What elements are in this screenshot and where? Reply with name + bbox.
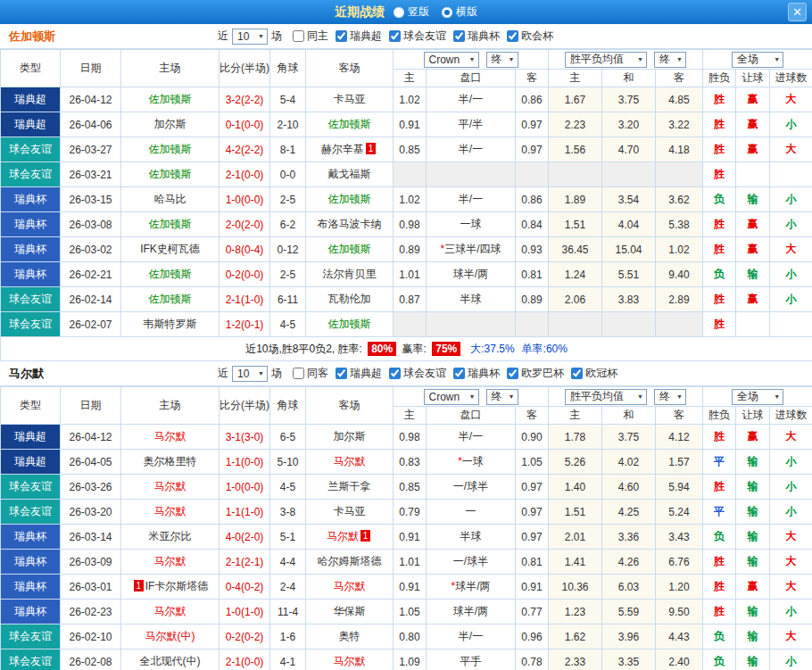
match-type-badge: 球会友谊	[1, 649, 61, 670]
win-rate-badge: 80%	[368, 342, 396, 356]
chevron-down-icon: ▼	[774, 393, 780, 400]
layout-radio-option[interactable]: 竖版	[394, 4, 429, 20]
handicap-final-select[interactable]: 终▼	[486, 389, 518, 405]
layout-radio-option[interactable]: 横版	[442, 4, 477, 20]
handicap-odds-home: 0.98	[394, 425, 427, 450]
filter-checkbox-球会友谊[interactable]: 球会友谊	[382, 29, 446, 44]
checkbox-input[interactable]	[453, 368, 465, 379]
filter-checkbox-欧罗巴杯[interactable]: 欧罗巴杯	[500, 366, 564, 381]
match-result: 平	[703, 450, 736, 475]
handicap-line: 一/球半	[427, 550, 516, 575]
home-team-cell: 马尔默(中)	[121, 625, 220, 649]
column-header: 角球	[270, 387, 306, 425]
checkbox-input[interactable]	[389, 368, 401, 379]
fullmatch-group-header: 全场▼	[703, 387, 812, 407]
euro-odds-win: 2.01	[549, 525, 602, 550]
table-row: 瑞典超26-04-05奥尔格里特1-1(0-0)5-10马尔默0.83*一球1.…	[1, 450, 812, 475]
checkbox-input[interactable]	[507, 368, 518, 379]
match-count-select[interactable]: 10▼	[232, 29, 268, 45]
handicap-text: 一球	[462, 455, 484, 467]
handicap-odds-home: 0.98	[394, 212, 427, 237]
team-text: 佐加顿斯	[149, 93, 192, 105]
match-result: 胜	[703, 237, 736, 262]
team-text: 赫尔辛基	[321, 143, 364, 155]
results-table: 类型日期主场比分(半场)角球客场Crown▼终▼胜平负均值▼终▼全场▼主盘口客主…	[0, 386, 812, 670]
euro-odds-draw: 3.35	[602, 649, 656, 670]
euro-odds-lose: 1.02	[656, 237, 703, 262]
table-row: 瑞典杯26-03-08佐加顿斯2-0(2-0)6-2布洛马波卡纳0.98一球0.…	[1, 212, 812, 237]
checkbox-input[interactable]	[293, 30, 304, 42]
home-team-cell: 1IF卡尔斯塔德	[121, 575, 220, 600]
match-result: 胜	[703, 425, 736, 450]
away-team-cell: 兰斯干拿	[306, 475, 394, 500]
scope-select[interactable]: 全场▼	[732, 52, 783, 68]
filter-bar: 近10▼场同主瑞典超球会友谊瑞典杯欧会杯	[214, 29, 553, 45]
filter-checkbox-瑞典超[interactable]: 瑞典超	[328, 29, 382, 44]
euro-odds-win	[549, 162, 602, 187]
euro-odds-win: 1.67	[549, 87, 602, 112]
select-value: 终	[492, 389, 502, 404]
match-date: 26-02-21	[61, 262, 121, 287]
match-count-select[interactable]: 10▼	[232, 366, 268, 382]
checkbox-input[interactable]	[507, 30, 518, 42]
away-team-cell: 佐加顿斯	[306, 112, 394, 137]
team-text: 卡马亚	[334, 505, 366, 517]
handicap-odds-home: 1.02	[394, 87, 427, 112]
page-title: 近期战绩	[335, 4, 385, 21]
home-team-cell: 佐加顿斯	[121, 262, 220, 287]
corner-score: 0-0	[270, 162, 306, 187]
avg-odds-select[interactable]: 胜平负均值▼	[565, 52, 647, 68]
checkbox-input[interactable]	[336, 30, 347, 42]
team-text: 佐加顿斯	[328, 193, 371, 205]
home-team-cell: 佐加顿斯	[121, 162, 220, 187]
goals-result	[770, 162, 812, 187]
filter-checkbox-瑞典杯[interactable]: 瑞典杯	[446, 366, 500, 381]
filter-checkbox-瑞典杯[interactable]: 瑞典杯	[446, 29, 500, 44]
filter-checkbox-欧冠杯[interactable]: 欧冠杯	[564, 366, 617, 381]
filter-checkbox-瑞典超[interactable]: 瑞典超	[328, 366, 382, 381]
filter-checkbox-欧会杯[interactable]: 欧会杯	[500, 29, 553, 44]
close-button[interactable]: ✕	[788, 3, 807, 21]
bookmaker-select[interactable]: Crown▼	[424, 52, 479, 68]
handicap-odds-home: 0.85	[394, 475, 427, 500]
chevron-down-icon: ▼	[469, 56, 476, 62]
bookmaker-select[interactable]: Crown▼	[424, 389, 479, 405]
handicap-odds-away: 0.96	[516, 625, 549, 649]
handicap-result: 赢	[736, 112, 770, 137]
match-score: 2-1(1-0)	[220, 287, 270, 312]
filter-checkbox-同客[interactable]: 同客	[286, 366, 328, 381]
checkbox-input[interactable]	[389, 30, 401, 42]
filter-checkbox-球会友谊[interactable]: 球会友谊	[382, 366, 446, 381]
checkbox-input[interactable]	[453, 30, 465, 42]
handicap-final-select[interactable]: 终▼	[486, 52, 518, 68]
home-team-cell: 全北现代(中)	[121, 649, 220, 670]
checkbox-label: 欧冠杯	[585, 366, 617, 381]
match-date: 26-02-14	[61, 287, 121, 312]
home-team-cell: 哈马比	[121, 187, 220, 212]
away-team-cell: 佐加顿斯	[306, 312, 394, 337]
handicap-line	[427, 162, 516, 187]
handicap-result: 赢	[736, 425, 770, 450]
euro-odds-lose: 3.43	[656, 525, 703, 550]
table-row: 球会友谊26-03-27佐加顿斯4-2(2-2)8-1赫尔辛基10.85半/一0…	[1, 137, 812, 162]
handicap-odds-away: 0.84	[516, 212, 549, 237]
match-type-badge: 球会友谊	[1, 625, 61, 649]
column-header: 客场	[306, 50, 394, 87]
handicap-line: 平/半	[427, 112, 516, 137]
scope-select[interactable]: 全场▼	[732, 389, 783, 405]
match-type-badge: 瑞典杯	[1, 525, 61, 550]
team-text: 佐加顿斯	[149, 143, 192, 155]
checkbox-input[interactable]	[293, 368, 304, 379]
euro-final-select[interactable]: 终▼	[654, 389, 686, 405]
match-score: 0-8(0-4)	[220, 237, 270, 262]
euro-final-select[interactable]: 终▼	[654, 52, 686, 68]
filter-checkbox-同主[interactable]: 同主	[286, 29, 328, 44]
team-text: 马尔默	[154, 480, 186, 492]
checkbox-input[interactable]	[336, 368, 347, 379]
near-label: 近	[218, 29, 228, 44]
handicap-line: *球半/两	[427, 575, 516, 600]
euro-odds-lose: 9.40	[656, 262, 703, 287]
checkbox-input[interactable]	[571, 368, 583, 379]
avg-odds-select[interactable]: 胜平负均值▼	[565, 389, 647, 405]
team-text: 马尔默	[327, 530, 359, 542]
